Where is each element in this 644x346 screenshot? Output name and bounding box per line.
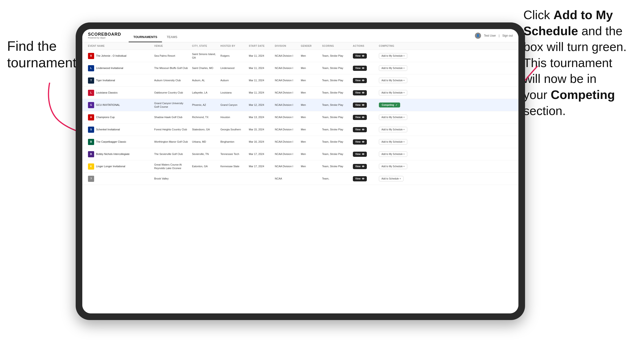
event-name-text: Linger Longer Invitational	[96, 165, 125, 168]
annotation-left: Find the tournament.	[7, 38, 73, 71]
view-button[interactable]: View 👁	[353, 78, 367, 83]
view-label: View	[355, 104, 361, 106]
city-state-cell: Saint Simons Island, GA	[190, 50, 218, 61]
city-state-cell: Richmond, TX	[190, 114, 218, 121]
division-cell: NCAA Division I	[273, 114, 299, 121]
logo-area: SCOREBOARD Powered by clippd	[88, 32, 121, 39]
add-to-schedule-button[interactable]: Add to My Schedule +	[379, 53, 407, 59]
view-button[interactable]: View 👁	[353, 139, 367, 145]
division-cell: NCAA Division I	[273, 89, 299, 96]
table-row: B Bobby Nichols Intercollegiate The Sevi…	[82, 148, 518, 160]
event-name-cell: K Linger Longer Invitational	[86, 162, 152, 172]
start-date-cell: Mar 11, 2024	[247, 77, 273, 84]
gender-cell: Men	[299, 52, 320, 59]
view-button[interactable]: View 👁	[353, 103, 367, 108]
view-button[interactable]: View 👁	[353, 164, 367, 169]
gender-cell: Men	[299, 163, 320, 170]
add-to-schedule-button[interactable]: Add to Schedule +	[379, 176, 404, 181]
hosted-by-cell: Lindenwood	[218, 64, 247, 72]
eye-icon: 👁	[362, 177, 364, 180]
scoring-cell: Team, Stroke Play	[320, 64, 351, 72]
actions-cell: View 👁	[351, 64, 377, 73]
add-schedule-label: Add to My Schedule +	[382, 79, 405, 82]
view-button[interactable]: View 👁	[353, 115, 367, 120]
scoring-cell: Team, Stroke Play	[320, 77, 351, 84]
table-row: T Tiger Invitational Auburn University C…	[82, 74, 518, 87]
logo-text: SCOREBOARD	[88, 32, 121, 36]
scoring-cell: Team, Stroke Play	[320, 52, 351, 59]
division-cell: NCAA Division I	[273, 138, 299, 145]
division-cell: NCAA Division I	[273, 163, 299, 170]
event-name-cell: T Tiger Invitational	[86, 76, 152, 85]
team-logo: T	[88, 77, 94, 84]
eye-icon: 👁	[362, 153, 364, 156]
eye-icon: 👁	[362, 128, 364, 131]
gender-cell: Men	[299, 77, 320, 84]
view-label: View	[355, 67, 361, 69]
scoring-cell: Team,	[320, 175, 351, 182]
add-to-schedule-button[interactable]: Add to My Schedule +	[379, 127, 407, 132]
sign-out-link[interactable]: Sign out	[502, 34, 513, 37]
event-name-cell: L Lindenwood Invitational	[86, 63, 152, 73]
competing-cell: Add to My Schedule +	[377, 51, 415, 60]
table-row: S Schenkel Invitational Forest Heights C…	[82, 124, 518, 136]
view-button[interactable]: View 👁	[353, 152, 367, 157]
eye-icon: 👁	[362, 67, 364, 70]
add-to-schedule-button[interactable]: Add to My Schedule +	[379, 164, 407, 169]
competing-button[interactable]: Competing ✓	[379, 103, 400, 107]
actions-cell: View 👁	[351, 125, 377, 134]
venue-cell: Shadow Hawk Golf Club	[152, 114, 190, 121]
division-cell: NCAA Division I	[273, 101, 299, 108]
actions-cell: View 👁	[351, 101, 377, 110]
add-to-schedule-button[interactable]: Add to My Schedule +	[379, 65, 407, 71]
venue-cell: The Sevierville Golf Club	[152, 151, 190, 158]
eye-icon: 👁	[362, 104, 364, 107]
eye-icon: 👁	[362, 79, 364, 82]
competing-cell: Add to My Schedule +	[377, 150, 415, 159]
eye-icon: 👁	[362, 91, 364, 94]
division-cell: NCAA Division I	[273, 52, 299, 59]
view-button[interactable]: View 👁	[353, 176, 367, 181]
add-to-schedule-button[interactable]: Add to My Schedule +	[379, 90, 407, 95]
start-date-cell: Mar 13, 2024	[247, 114, 273, 121]
eye-icon: 👁	[362, 55, 364, 57]
competing-cell: Add to Schedule +	[377, 174, 415, 183]
actions-cell: View 👁	[351, 76, 377, 85]
view-button[interactable]: View 👁	[353, 66, 367, 71]
team-logo: K	[88, 164, 94, 170]
event-name-cell: L Louisiana Classics	[86, 88, 152, 98]
gender-cell	[299, 177, 320, 181]
add-to-schedule-button[interactable]: Add to My Schedule +	[379, 151, 407, 157]
table-row: R The Johnnie - O Individual Sea Palms R…	[82, 50, 518, 62]
table-row: L Louisiana Classics Oakbourne Country C…	[82, 87, 518, 99]
tab-tournaments[interactable]: TOURNAMENTS	[129, 35, 162, 42]
view-button[interactable]: View 👁	[353, 127, 367, 132]
add-to-schedule-button[interactable]: Add to My Schedule +	[379, 78, 407, 83]
start-date-cell: Mar 11, 2024	[247, 52, 273, 59]
view-label: View	[355, 177, 361, 180]
competing-cell: Add to My Schedule +	[377, 162, 415, 171]
tablet-screen: SCOREBOARD Powered by clippd TOURNAMENTS…	[82, 29, 518, 313]
competing-cell: Add to My Schedule +	[377, 63, 415, 73]
hosted-by-cell: Louisiana	[218, 89, 247, 96]
team-logo: G	[88, 102, 94, 108]
view-button[interactable]: View 👁	[353, 90, 367, 95]
scoring-cell: Team, Stroke Play	[320, 163, 351, 170]
app-header: SCOREBOARD Powered by clippd TOURNAMENTS…	[82, 29, 518, 42]
tablet-frame: SCOREBOARD Powered by clippd TOURNAMENTS…	[76, 22, 525, 320]
add-to-schedule-button[interactable]: Add to My Schedule +	[379, 139, 407, 145]
tab-teams[interactable]: TEAMS	[162, 35, 182, 42]
hosted-by-cell	[218, 177, 247, 181]
view-button[interactable]: View 👁	[353, 53, 367, 59]
add-schedule-label: Add to My Schedule +	[382, 116, 405, 119]
start-date-cell: Mar 12, 2024	[247, 101, 273, 108]
view-label: View	[355, 79, 361, 82]
city-state-cell: Sevierville, TN	[190, 151, 218, 158]
view-label: View	[355, 116, 361, 119]
city-state-cell	[190, 177, 218, 181]
add-schedule-label: Add to My Schedule +	[382, 141, 405, 143]
actions-cell: View 👁	[351, 174, 377, 183]
table-row: G GCU INVITATIONAL Grand Canyon Universi…	[82, 99, 518, 111]
add-to-schedule-button[interactable]: Add to My Schedule +	[379, 115, 407, 120]
city-state-cell: Lafayette, LA	[190, 89, 218, 96]
